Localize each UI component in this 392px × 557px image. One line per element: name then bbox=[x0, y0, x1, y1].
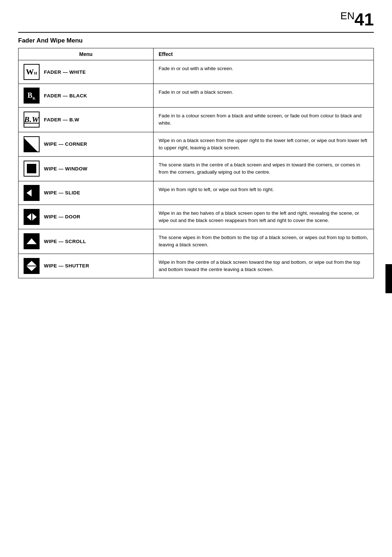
menu-label-4: WIPE — WINDOW bbox=[44, 166, 87, 171]
menu-label-2: FADER — B.W bbox=[44, 117, 79, 122]
menu-cell-4: WIPE — WINDOW bbox=[19, 157, 154, 181]
menu-label-1: FADER — BLACK bbox=[44, 93, 87, 98]
menu-cell-5: WIPE — SLIDE bbox=[19, 181, 154, 205]
table-row: WIPE — CORNERWipe in on a black screen f… bbox=[19, 132, 374, 157]
table-header-row: Menu Effect bbox=[19, 48, 374, 60]
menu-label-6: WIPE — DOOR bbox=[44, 214, 80, 219]
page-tab bbox=[385, 264, 392, 293]
window-icon bbox=[24, 161, 40, 177]
fader-wipe-table: Menu Effect WHFADER — WHITEFade in or ou… bbox=[18, 48, 374, 278]
effect-cell-1: Fade in or out with a black screen. bbox=[154, 84, 374, 108]
effect-cell-6: Wipe in as the two halves of a black scr… bbox=[154, 205, 374, 229]
effect-cell-4: The scene starts in the centre of a blac… bbox=[154, 157, 374, 181]
top-divider bbox=[18, 32, 374, 33]
menu-cell-3: WIPE — CORNER bbox=[19, 132, 154, 157]
table-row: WIPE — WINDOWThe scene starts in the cen… bbox=[19, 157, 374, 181]
bk-icon: BK bbox=[24, 88, 40, 104]
effect-cell-8: Wipe in from the centre of a black scree… bbox=[154, 254, 374, 278]
door-icon bbox=[24, 209, 40, 225]
table-row: WIPE — SCROLLThe scene wipes in from the… bbox=[19, 229, 374, 254]
table-row: WIPE — DOORWipe in as the two halves of … bbox=[19, 205, 374, 229]
effect-cell-7: The scene wipes in from the bottom to th… bbox=[154, 229, 374, 254]
scroll-icon bbox=[24, 233, 40, 249]
effect-cell-5: Wipe in from right to left, or wipe out … bbox=[154, 181, 374, 205]
effect-cell-0: Fade in or out with a white screen. bbox=[154, 60, 374, 84]
menu-label-5: WIPE — SLIDE bbox=[44, 190, 80, 195]
table-row: WIPE — SHUTTERWipe in from the centre of… bbox=[19, 254, 374, 278]
corner-icon bbox=[24, 136, 40, 152]
menu-label-8: WIPE — SHUTTER bbox=[44, 263, 89, 269]
shutter-icon bbox=[24, 258, 40, 274]
bw-icon: B.W bbox=[24, 112, 40, 128]
menu-cell-8: WIPE — SHUTTER bbox=[19, 254, 154, 278]
menu-cell-7: WIPE — SCROLL bbox=[19, 229, 154, 254]
menu-cell-1: BKFADER — BLACK bbox=[19, 84, 154, 108]
col-menu-header: Menu bbox=[19, 48, 154, 60]
table-row: BKFADER — BLACKFade in or out with a bla… bbox=[19, 84, 374, 108]
wh-icon: WH bbox=[24, 64, 40, 80]
menu-label-3: WIPE — CORNER bbox=[44, 141, 87, 147]
table-row: WIPE — SLIDEWipe in from right to left, … bbox=[19, 181, 374, 205]
effect-cell-2: Fade in to a colour screen from a black … bbox=[154, 108, 374, 132]
section-title: Fader And Wipe Menu bbox=[18, 37, 374, 44]
table-row: B.WFADER — B.WFade in to a colour screen… bbox=[19, 108, 374, 132]
slide-icon bbox=[24, 185, 40, 201]
page-number: EN41 bbox=[18, 11, 374, 28]
menu-cell-2: B.WFADER — B.W bbox=[19, 108, 154, 132]
table-row: WHFADER — WHITEFade in or out with a whi… bbox=[19, 60, 374, 84]
menu-cell-0: WHFADER — WHITE bbox=[19, 60, 154, 84]
menu-cell-6: WIPE — DOOR bbox=[19, 205, 154, 229]
menu-label-0: FADER — WHITE bbox=[44, 69, 86, 75]
menu-label-7: WIPE — SCROLL bbox=[44, 239, 86, 244]
col-effect-header: Effect bbox=[154, 48, 374, 60]
effect-cell-3: Wipe in on a black screen from the upper… bbox=[154, 132, 374, 157]
